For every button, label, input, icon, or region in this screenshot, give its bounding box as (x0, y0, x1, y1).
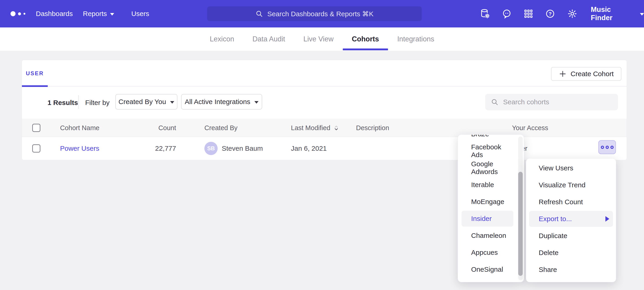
section-tabs: Lexicon Data Audit Live View Cohorts Int… (0, 28, 644, 51)
avatar: SB (204, 142, 218, 155)
divider (78, 95, 79, 109)
column-header-last-modified[interactable]: Last Modified (291, 119, 339, 137)
submenu-item-appcues[interactable]: Appcues (462, 244, 513, 260)
global-search-placeholder: Search Dashboards & Reports ⌘K (267, 10, 374, 18)
submenu-item-moengage[interactable]: MoEngage (462, 194, 513, 210)
menu-item-refresh-count[interactable]: Refresh Count (529, 194, 613, 210)
tab-integrations-label: Integrations (397, 35, 434, 43)
select-all-checkbox[interactable] (32, 124, 40, 132)
results-count: 1 Results (48, 99, 78, 107)
settings-gear-icon[interactable] (567, 9, 578, 19)
search-icon (255, 10, 263, 18)
nav-reports-label: Reports (83, 10, 107, 18)
submenu-item-iterable[interactable]: Iterable (462, 177, 513, 193)
tab-live-view[interactable]: Live View (294, 28, 342, 51)
chevron-down-icon (254, 101, 258, 104)
tab-user-cohorts-label: USER (26, 70, 44, 77)
menu-item-delete[interactable]: Delete (529, 245, 613, 261)
tab-user-cohorts[interactable]: USER (22, 60, 48, 86)
create-cohort-button[interactable]: Create Cohort (551, 67, 622, 81)
svg-text:?: ? (548, 11, 552, 17)
project-name: Music Finder (591, 6, 634, 22)
mixpanel-logo-icon (10, 11, 25, 16)
cohort-search-input[interactable] (503, 98, 612, 106)
submenu-scrollbar-thumb[interactable] (518, 172, 523, 276)
row-context-menu: View Users Visualize Trend Refresh Count… (526, 158, 616, 282)
filter-by-label: Filter by (85, 99, 110, 107)
nav-users-label: Users (131, 10, 149, 18)
created-by-filter-label: Created By You (118, 98, 166, 106)
sort-icon (333, 125, 339, 131)
menu-item-duplicate[interactable]: Duplicate (529, 228, 613, 244)
integrations-filter-dropdown[interactable]: All Active Integrations (181, 94, 262, 109)
column-header-description: Description (356, 119, 389, 137)
tab-cohorts-label: Cohorts (352, 35, 379, 43)
submenu-item-insider[interactable]: Insider (462, 211, 513, 227)
tab-integrations[interactable]: Integrations (388, 28, 443, 51)
help-icon[interactable]: ? (545, 9, 556, 19)
tab-data-audit-label: Data Audit (252, 35, 285, 43)
submenu-scrollbar-track (518, 136, 523, 280)
menu-item-share[interactable]: Share (529, 262, 613, 278)
filter-toolbar: 1 Results Filter by Created By You All A… (22, 86, 627, 119)
plus-icon (559, 70, 566, 78)
submenu-item-onesignal[interactable]: OneSignal (462, 261, 513, 277)
tab-lexicon-label: Lexicon (210, 35, 234, 43)
table-header-row: Cohort Name Count Created By Last Modifi… (22, 119, 627, 137)
submenu-item-facebook-ads[interactable]: Facebook Ads (462, 143, 513, 159)
submenu-item-chameleon[interactable]: Chameleon (462, 228, 513, 244)
apps-grid-icon[interactable] (523, 9, 534, 19)
chevron-down-icon (170, 101, 174, 104)
feedback-icon[interactable] (502, 9, 512, 19)
created-by-cell: Steven Baum (222, 137, 263, 160)
nav-dashboards[interactable]: Dashboards (36, 0, 73, 28)
tab-live-view-label: Live View (303, 35, 334, 43)
export-to-submenu: Braze Facebook Ads Google Adwords Iterab… (458, 134, 524, 282)
tab-data-audit[interactable]: Data Audit (243, 28, 294, 51)
submenu-arrow-icon (606, 216, 609, 222)
cohort-table-row: Power Users 22,777 SB Steven Baum Jan 6,… (22, 137, 627, 160)
submenu-item-braze[interactable]: Braze (462, 134, 513, 142)
data-management-icon[interactable] (480, 9, 490, 19)
row-actions-kebab-button[interactable] (598, 140, 616, 154)
submenu-item-google-adwords[interactable]: Google Adwords (462, 160, 513, 176)
chevron-down-icon (110, 13, 114, 16)
project-switcher[interactable]: Music Finder (591, 0, 644, 28)
create-cohort-label: Create Cohort (571, 70, 614, 78)
column-header-count: Count (145, 119, 176, 137)
tab-cohorts[interactable]: Cohorts (343, 28, 388, 51)
cohorts-card: USER Create Cohort 1 Results Filter by C… (22, 60, 627, 160)
global-search-bar[interactable]: Search Dashboards & Reports ⌘K (207, 7, 422, 21)
kebab-dots-icon (601, 146, 604, 149)
tab-lexicon[interactable]: Lexicon (201, 28, 244, 51)
menu-item-export-to[interactable]: Export to... (529, 211, 613, 227)
row-checkbox[interactable] (32, 144, 40, 153)
menu-item-visualize-trend[interactable]: Visualize Trend (529, 177, 613, 193)
cohort-count-cell: 22,777 (145, 137, 176, 160)
cohort-type-tabs: USER Create Cohort (22, 60, 627, 86)
last-modified-cell: Jan 6, 2021 (291, 137, 327, 160)
menu-item-view-users[interactable]: View Users (529, 160, 613, 176)
nav-reports[interactable]: Reports (83, 0, 114, 28)
chevron-down-icon (640, 13, 644, 16)
column-header-cohort-name: Cohort Name (60, 119, 99, 137)
cohort-name-link[interactable]: Power Users (60, 144, 99, 152)
cohort-search-box (485, 94, 618, 110)
created-by-filter-dropdown[interactable]: Created By You (115, 94, 178, 109)
column-header-created-by: Created By (204, 119, 238, 137)
export-to-submenu-list: Braze Facebook Ads Google Adwords Iterab… (458, 134, 524, 278)
column-header-your-access: Your Access (512, 119, 548, 137)
search-icon (491, 98, 498, 106)
top-navbar: Dashboards Reports Users Search Dashboar… (0, 0, 644, 28)
nav-dashboards-label: Dashboards (36, 10, 73, 18)
integrations-filter-label: All Active Integrations (185, 98, 250, 106)
nav-users[interactable]: Users (131, 0, 149, 28)
